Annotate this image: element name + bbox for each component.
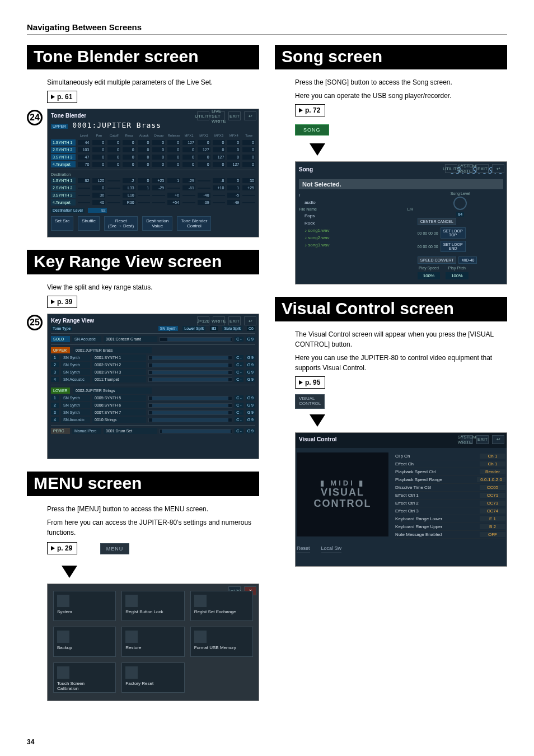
exit-icon[interactable]: EXIT	[476, 435, 489, 444]
back-icon[interactable]: ↩	[492, 435, 504, 444]
param-cell[interactable]: 0	[242, 140, 255, 145]
range-bar[interactable]	[148, 410, 232, 415]
dest-cell[interactable]: L10	[123, 193, 135, 198]
menu-tile[interactable]: Regist Set Exchange	[190, 591, 253, 621]
param-cell[interactable]: 0	[167, 162, 180, 167]
menu-tile[interactable]: Regist Button Lock	[121, 591, 184, 621]
back-icon[interactable]: ↩	[492, 164, 504, 173]
param-cell[interactable]: 0	[107, 162, 120, 167]
param-cell[interactable]: 0	[182, 155, 195, 160]
part-label[interactable]: 2.SYNTH 2	[51, 147, 76, 153]
param-cell[interactable]: 0	[182, 162, 195, 167]
dest-cell[interactable]	[242, 195, 255, 196]
song-level-knob[interactable]	[453, 197, 467, 210]
param-cell[interactable]: 0	[138, 162, 151, 167]
system-write-icon[interactable]: SYSTEM WRITE	[461, 435, 473, 444]
dest-cell[interactable]: -2	[123, 178, 135, 183]
param-cell[interactable]: 0	[152, 147, 165, 152]
folder-rock[interactable]: Rock	[299, 220, 413, 227]
dest-cell[interactable]: -29	[182, 178, 195, 183]
dest-cell[interactable]: +6	[167, 193, 180, 198]
dest-cell[interactable]: 1	[167, 178, 180, 183]
param-cell[interactable]: 44	[78, 140, 91, 145]
menu-tile[interactable]: Restore	[121, 627, 184, 657]
param-cell[interactable]: 0	[198, 140, 210, 145]
dest-cell[interactable]	[107, 180, 120, 181]
dest-cell[interactable]	[167, 188, 180, 189]
page-reference-29[interactable]: p. 29	[47, 542, 77, 554]
range-bar[interactable]	[148, 403, 232, 408]
range-bar[interactable]	[148, 356, 232, 360]
part-perc[interactable]: PERC	[51, 428, 70, 434]
song-file-3[interactable]: ♪ song3.wav	[299, 241, 413, 249]
param-row[interactable]: Playback Speed CtrlBender	[395, 468, 505, 476]
page-reference-72[interactable]: p. 72	[295, 104, 325, 116]
dest-cell[interactable]: -8	[213, 178, 226, 183]
param-cell[interactable]: 0	[198, 162, 210, 167]
param-cell[interactable]: 0	[213, 162, 226, 167]
lower-split-value[interactable]: B3	[210, 326, 218, 331]
param-cell[interactable]: 0	[242, 155, 255, 160]
menu-tile[interactable]: System	[53, 591, 116, 621]
liveset-write-icon[interactable]: LIVE SET WRITE	[213, 111, 225, 120]
dest-cell[interactable]	[138, 202, 151, 203]
dest-cell[interactable]	[213, 202, 226, 203]
param-row[interactable]: Note Message EnabledOFF	[395, 531, 505, 539]
dest-cell[interactable]	[107, 188, 120, 189]
dest-cell[interactable]: +25	[242, 185, 255, 190]
dest-cell[interactable]: -49	[227, 200, 240, 205]
dest-cell[interactable]	[242, 202, 255, 203]
param-row[interactable]: Playback Speed Range0.0-1.0-2.0	[395, 476, 505, 484]
song-button[interactable]: SONG	[295, 124, 329, 136]
range-bar[interactable]	[148, 396, 232, 400]
dest-cell[interactable]	[213, 195, 226, 196]
menu-button[interactable]: MENU	[100, 543, 130, 554]
system-write-icon[interactable]: SYSTEM WRITE	[461, 164, 473, 173]
exit-icon[interactable]: EXIT	[228, 111, 241, 120]
dest-cell[interactable]	[78, 202, 91, 203]
param-cell[interactable]: 0	[198, 155, 210, 160]
song-file-1[interactable]: ♪ song1.wav	[299, 227, 413, 234]
dest-cell[interactable]: 1	[138, 185, 151, 190]
param-cell[interactable]: 0	[152, 140, 165, 145]
utility-icon[interactable]: UTILITY	[197, 111, 209, 120]
dest-cell[interactable]: 1	[227, 185, 240, 190]
param-cell[interactable]: 0	[167, 147, 180, 152]
dest-cell[interactable]: R30	[123, 200, 135, 205]
param-cell[interactable]: 0	[92, 140, 105, 145]
param-row[interactable]: Effect ChCh 1	[395, 460, 505, 468]
song-file-2[interactable]: ♪ song2.wav	[299, 234, 413, 241]
dest-cell[interactable]: 0	[92, 185, 105, 190]
exit-icon[interactable]: EXIT	[228, 316, 241, 325]
dest-cell[interactable]: 0	[138, 178, 151, 183]
part-label[interactable]: 4.Trumpet	[51, 161, 76, 167]
param-cell[interactable]: 0	[213, 140, 226, 145]
param-cell[interactable]: 0	[92, 162, 105, 167]
dest-cell[interactable]	[182, 202, 195, 203]
param-cell[interactable]: 47	[78, 155, 91, 160]
param-cell[interactable]: 0	[242, 147, 255, 152]
dest-cell[interactable]: L33	[123, 185, 135, 190]
param-cell[interactable]: 0	[227, 140, 240, 145]
center-cancel-button[interactable]: CENTER CANCEL	[418, 218, 456, 225]
range-bar[interactable]	[148, 370, 232, 375]
folder-root[interactable]: /	[299, 192, 413, 199]
param-cell[interactable]: 127	[198, 147, 210, 152]
param-cell[interactable]: 0	[152, 162, 165, 167]
param-cell[interactable]: 0	[152, 155, 165, 160]
param-cell[interactable]: 0	[138, 155, 151, 160]
dest-cell[interactable]: 40	[92, 200, 105, 205]
dest-cell[interactable]: 0	[227, 178, 240, 183]
folder-audio[interactable]: audio	[299, 199, 413, 206]
param-cell[interactable]: 0	[167, 140, 180, 145]
param-cell[interactable]: 0	[167, 155, 180, 160]
reset-tab[interactable]: Reset	[297, 544, 310, 553]
page-reference-61[interactable]: p. 61	[47, 91, 77, 103]
param-cell[interactable]: 0	[227, 147, 240, 152]
menu-tile[interactable]: Format USB Memory	[190, 627, 253, 657]
dest-cell[interactable]: -39	[198, 200, 210, 205]
param-row[interactable]: Effect Ctrl 1CC71	[395, 492, 505, 500]
part-label[interactable]: 3.SYNTH 3	[51, 154, 76, 160]
param-row[interactable]: Effect Ctrl 3CC74	[395, 507, 505, 515]
part-lower[interactable]: LOWER	[51, 388, 70, 394]
